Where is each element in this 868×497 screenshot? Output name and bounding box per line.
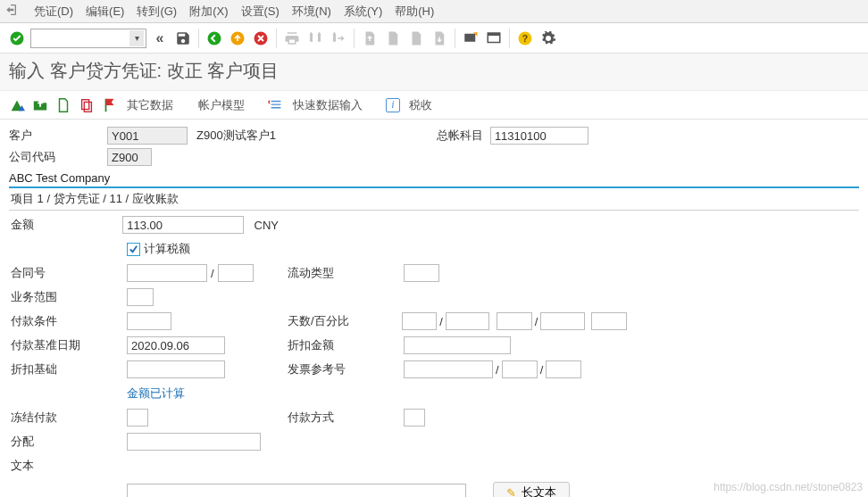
menu-extras[interactable]: 附加(X)	[189, 4, 228, 20]
header-area: 客户 Y001 Z900测试客户1 总帐科目 11310100 公司代码 Z90…	[0, 120, 868, 170]
find-next-icon[interactable]	[329, 29, 348, 48]
company-name: ABC Test Company	[9, 171, 859, 185]
page-prev-icon[interactable]	[383, 29, 403, 48]
menu-system[interactable]: 系统(Y)	[344, 4, 382, 20]
menu-settings[interactable]: 设置(S)	[241, 4, 280, 20]
layout-icon[interactable]	[484, 29, 504, 48]
disc-amt-label: 折扣金额	[288, 337, 404, 353]
first-page-icon[interactable]: «	[150, 29, 170, 48]
application-toolbar: 其它数据 帐户模型 快速数据输入 i 税收	[0, 91, 868, 120]
save-icon[interactable]	[173, 29, 193, 48]
fast-entry-button[interactable]: 快速数据输入	[293, 97, 363, 113]
list-icon[interactable]	[268, 97, 284, 113]
calc-tax-checkbox[interactable]	[127, 243, 140, 256]
days-pct-label: 天数/百分比	[288, 313, 402, 329]
business-area-label: 业务范围	[11, 289, 127, 305]
print-icon[interactable]	[282, 29, 302, 48]
find-icon[interactable]	[305, 29, 325, 48]
inv-ref-field-1[interactable]	[404, 360, 493, 378]
pct1-field[interactable]	[446, 312, 489, 330]
baseline-date-field[interactable]: 2020.09.06	[127, 336, 225, 354]
cancel-icon[interactable]	[251, 29, 271, 48]
menu-environment[interactable]: 环境(N)	[292, 4, 331, 20]
page-title: 输入 客户贷方凭证: 改正 客户项目	[0, 54, 868, 91]
amount-field[interactable]: 113.00	[122, 216, 243, 234]
page-next-icon[interactable]	[406, 29, 426, 48]
other-data-button[interactable]: 其它数据	[127, 97, 173, 113]
doc-icon[interactable]	[55, 97, 71, 113]
watermark: https://blog.csdn.net/stone0823	[714, 481, 863, 493]
info-icon[interactable]: i	[386, 98, 400, 112]
contract-label: 合同号	[11, 265, 127, 281]
command-field[interactable]: ▾	[30, 29, 146, 48]
company-code-label: 公司代码	[9, 149, 107, 165]
text-field[interactable]	[127, 484, 466, 497]
calc-tax-label: 计算税额	[144, 241, 190, 257]
svg-rect-7	[488, 33, 500, 36]
days3-field[interactable]	[591, 312, 627, 330]
new-session-icon[interactable]	[461, 29, 480, 48]
amount-label: 金额	[11, 217, 122, 233]
account-model-button[interactable]: 帐户模型	[198, 97, 245, 113]
menu-help[interactable]: 帮助(H)	[395, 4, 434, 20]
svg-text:?: ?	[522, 32, 528, 43]
contract-field-1[interactable]	[127, 264, 207, 282]
svg-point-1	[208, 31, 221, 45]
standard-toolbar: ▾ « ?	[0, 23, 868, 54]
customer-label: 客户	[9, 128, 107, 144]
open-icon[interactable]	[32, 97, 48, 113]
tree-icon[interactable]	[9, 97, 25, 113]
movement-type-field[interactable]	[404, 264, 439, 282]
copy-icon[interactable]	[79, 97, 95, 113]
accept-icon[interactable]	[7, 29, 27, 48]
block-label: 冻结付款	[11, 410, 127, 426]
svg-rect-4	[464, 33, 475, 41]
days2-field[interactable]	[497, 312, 532, 330]
menu-edit[interactable]: 编辑(E)	[86, 4, 124, 20]
menu-goto[interactable]: 转到(G)	[137, 4, 177, 20]
pct2-field[interactable]	[540, 312, 584, 330]
business-area-field[interactable]	[127, 288, 154, 306]
assignment-label: 分配	[11, 434, 127, 450]
baseline-date-label: 付款基准日期	[11, 337, 127, 353]
customer-code-field: Y001	[107, 127, 188, 145]
payterm-label: 付款条件	[11, 313, 127, 329]
inv-ref-field-3[interactable]	[546, 360, 581, 378]
help-icon[interactable]: ?	[515, 29, 535, 48]
page-up-icon[interactable]	[360, 29, 380, 48]
currency-label: CNY	[255, 219, 279, 232]
gl-account-field[interactable]: 11310100	[490, 127, 588, 145]
back-icon[interactable]	[204, 29, 224, 48]
pay-method-label: 付款方式	[288, 410, 404, 426]
inv-ref-label: 发票参考号	[288, 361, 404, 377]
disc-amt-field[interactable]	[404, 336, 511, 354]
menu-bar: 凭证(D) 编辑(E) 转到(G) 附加(X) 设置(S) 环境(N) 系统(Y…	[0, 0, 868, 23]
exit-yellow-icon[interactable]	[228, 29, 247, 48]
svg-rect-12	[82, 99, 89, 109]
movement-type-label: 流动类型	[288, 265, 404, 281]
block-field[interactable]	[127, 409, 148, 427]
assignment-field[interactable]	[127, 433, 261, 451]
line-item-panel: ABC Test Company 项目 1 / 贷方凭证 / 11 / 应收账款…	[9, 171, 859, 497]
long-text-label: 长文本	[522, 485, 556, 497]
days1-field[interactable]	[402, 312, 438, 330]
company-code-field: Z900	[107, 148, 152, 166]
longtext-icon: ✎	[506, 486, 516, 498]
customer-name: Z900测试客户1	[196, 128, 276, 144]
long-text-button[interactable]: ✎ 长文本	[493, 482, 570, 497]
contract-field-2[interactable]	[218, 264, 254, 282]
payterm-field[interactable]	[127, 312, 171, 330]
settings-gear-icon[interactable]	[538, 29, 558, 48]
pay-method-field[interactable]	[404, 409, 425, 427]
tax-button[interactable]: 税收	[409, 97, 432, 113]
svg-rect-13	[84, 102, 91, 112]
gl-account-label: 总帐科目	[437, 128, 490, 144]
inv-ref-field-2[interactable]	[502, 360, 538, 378]
flag-icon[interactable]	[102, 97, 118, 113]
disc-base-label: 折扣基础	[11, 361, 127, 377]
page-down-icon[interactable]	[430, 29, 449, 48]
item-header: 项目 1 / 贷方凭证 / 11 / 应收账款	[9, 186, 859, 211]
disc-base-field[interactable]	[127, 360, 225, 378]
menu-document[interactable]: 凭证(D)	[34, 4, 73, 20]
exit-icon[interactable]	[4, 3, 18, 20]
